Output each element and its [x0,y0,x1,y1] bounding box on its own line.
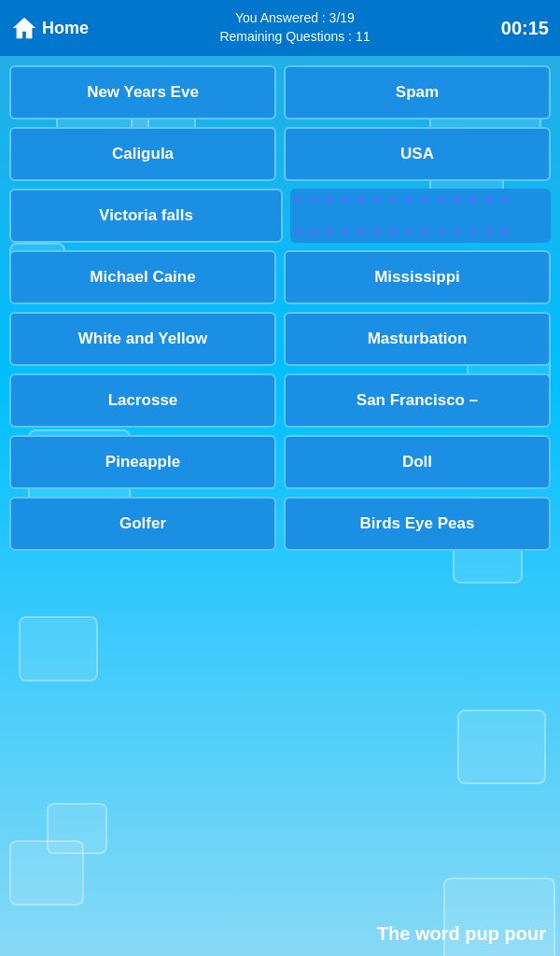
timer-display: 00:15 [501,18,549,39]
header-stats: You Answered : 3/19 Remaining Questions … [219,9,370,46]
svg-marker-0 [13,18,35,38]
answer-masturbation[interactable]: Masturbation [284,312,551,366]
answer-spam[interactable]: Spam [284,65,551,120]
home-button[interactable]: Home [11,15,89,41]
answer-row-6: Lacrosse San Francisco – [9,373,551,428]
answer-row-5: White and Yellow Masturbation [9,312,551,366]
answered-text: You Answered : 3/19 [219,9,370,28]
answer-michael-caine[interactable]: Michael Caine [9,250,276,304]
answer-selected-starred[interactable] [290,189,551,243]
remaining-text: Remaining Questions : 11 [219,28,370,47]
answer-golfer[interactable]: Golfer [9,497,276,551]
answer-mississippi[interactable]: Mississippi [284,250,551,304]
answer-caligula[interactable]: Caligula [9,127,276,181]
answer-row-8: Golfer Birds Eye Peas [9,497,551,551]
answer-victoria-falls[interactable]: Victoria falls [9,189,283,243]
answer-doll[interactable]: Doll [284,435,551,489]
answer-row-7: Pineapple Doll [9,435,551,489]
answer-birds-eye-peas[interactable]: Birds Eye Peas [284,497,551,551]
bottom-partial-text: The word pup pour [280,911,560,956]
answer-new-years-eve[interactable]: New Years Eve [9,65,276,120]
answer-usa[interactable]: USA [284,127,551,181]
home-icon [11,15,37,41]
app-header: Home You Answered : 3/19 Remaining Quest… [0,0,560,56]
answer-white-and-yellow[interactable]: White and Yellow [9,312,276,366]
answer-lacrosse[interactable]: Lacrosse [9,373,276,428]
answer-san-francisco[interactable]: San Francisco – [284,373,551,428]
answer-row-1: New Years Eve Spam [9,65,551,120]
answers-container: New Years Eve Spam Caligula USA Victoria… [0,56,560,551]
answer-row-4: Michael Caine Mississippi [9,250,551,304]
answer-pineapple[interactable]: Pineapple [9,435,276,489]
home-label: Home [42,19,89,38]
answer-row-3: Victoria falls [9,189,551,243]
answer-row-2: Caligula USA [9,127,551,181]
